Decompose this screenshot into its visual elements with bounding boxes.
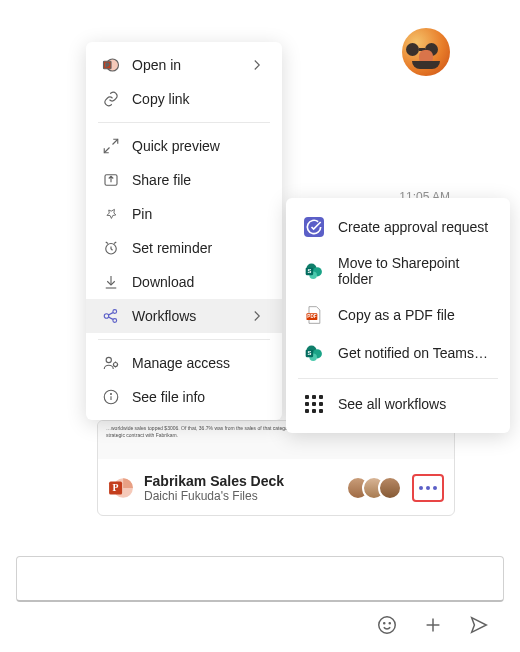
submenu-move-sharepoint[interactable]: S Move to Sharepoint folder (286, 246, 510, 296)
file-context-menu: P Open in Copy link Quick preview Share … (86, 42, 282, 420)
svg-line-7 (104, 148, 109, 153)
menu-pin[interactable]: Pin (86, 197, 282, 231)
file-more-actions-button[interactable] (412, 474, 444, 502)
chevron-right-icon (248, 58, 266, 72)
menu-label: Quick preview (132, 138, 266, 154)
add-button[interactable] (422, 614, 444, 636)
chevron-right-icon (248, 309, 266, 323)
menu-label: Workflows (132, 308, 236, 324)
file-location: Daichi Fukuda's Files (144, 489, 344, 503)
menu-separator (98, 339, 270, 340)
svg-point-20 (111, 394, 112, 395)
file-title: Fabrikam Sales Deck (144, 473, 344, 489)
menu-label: Pin (132, 206, 266, 222)
powerpoint-icon: P (102, 56, 120, 74)
seen-by-facepile (354, 476, 402, 500)
sharepoint-icon: S (304, 343, 324, 363)
emoji-button[interactable] (376, 614, 398, 636)
menu-label: Open in (132, 57, 236, 73)
link-icon (102, 90, 120, 108)
powerpoint-icon: P (108, 475, 134, 501)
approvals-app-icon (304, 217, 324, 237)
workflows-icon (102, 307, 120, 325)
sender-avatar (402, 28, 450, 76)
share-icon (102, 171, 120, 189)
sharepoint-icon: S (304, 261, 324, 281)
submenu-create-approval[interactable]: Create approval request (286, 208, 510, 246)
svg-point-33 (379, 617, 396, 634)
menu-label: Set reminder (132, 240, 266, 256)
send-button[interactable] (468, 614, 490, 636)
menu-label: Download (132, 274, 266, 290)
menu-workflows[interactable]: Workflows (86, 299, 282, 333)
manage-access-icon (102, 354, 120, 372)
info-icon (102, 388, 120, 406)
menu-label: Create approval request (338, 219, 492, 235)
svg-point-16 (106, 357, 111, 362)
submenu-copy-pdf[interactable]: PDF Copy as a PDF file (286, 296, 510, 334)
menu-copy-link[interactable]: Copy link (86, 82, 282, 116)
submenu-see-all-workflows[interactable]: See all workflows (286, 385, 510, 423)
menu-label: Manage access (132, 355, 266, 371)
menu-label: Copy as a PDF file (338, 307, 492, 323)
svg-line-11 (114, 242, 116, 244)
expand-icon (102, 137, 120, 155)
file-attachment-card[interactable]: …worldwide sales topped $3006. Of that, … (97, 420, 455, 516)
download-icon (102, 273, 120, 291)
svg-text:P: P (113, 482, 119, 493)
menu-label: Copy link (132, 91, 266, 107)
menu-set-reminder[interactable]: Set reminder (86, 231, 282, 265)
message-compose-input[interactable] (16, 556, 504, 602)
svg-point-13 (104, 314, 109, 319)
svg-point-14 (113, 310, 117, 314)
svg-text:PDF: PDF (307, 314, 316, 319)
menu-share-file[interactable]: Share file (86, 163, 282, 197)
menu-see-file-info[interactable]: See file info (86, 380, 282, 414)
apps-grid-icon (304, 394, 324, 414)
svg-point-17 (113, 362, 117, 366)
menu-label: Move to Sharepoint folder (338, 255, 492, 287)
menu-manage-access[interactable]: Manage access (86, 346, 282, 380)
menu-quick-preview[interactable]: Quick preview (86, 129, 282, 163)
menu-download[interactable]: Download (86, 265, 282, 299)
menu-separator (298, 378, 498, 379)
menu-label: Share file (132, 172, 266, 188)
svg-point-35 (389, 623, 390, 624)
svg-point-15 (113, 319, 117, 323)
menu-label: See file info (132, 389, 266, 405)
svg-text:P: P (105, 62, 109, 68)
svg-line-10 (106, 242, 108, 244)
pin-icon (102, 205, 120, 223)
clock-icon (102, 239, 120, 257)
svg-text:S: S (307, 350, 311, 356)
menu-open-in[interactable]: P Open in (86, 48, 282, 82)
menu-separator (98, 122, 270, 123)
menu-label: See all workflows (338, 396, 492, 412)
svg-line-6 (113, 139, 118, 144)
submenu-get-notified[interactable]: S Get notified on Teams… (286, 334, 510, 372)
pdf-icon: PDF (304, 305, 324, 325)
menu-label: Get notified on Teams… (338, 345, 492, 361)
svg-text:S: S (307, 268, 311, 274)
workflows-submenu: Create approval request S Move to Sharep… (286, 198, 510, 433)
svg-point-34 (384, 623, 385, 624)
